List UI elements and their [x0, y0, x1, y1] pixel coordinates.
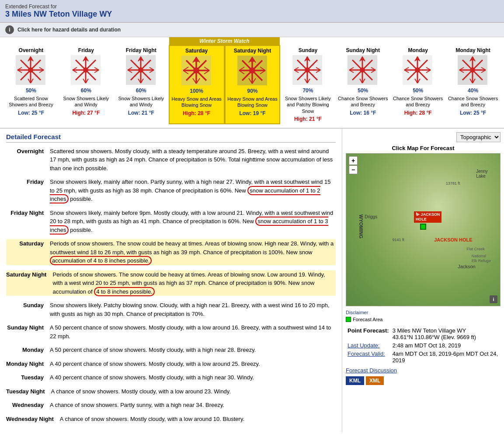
winter-storm-banner: Winter Storm Watch — [169, 37, 280, 45]
svg-point-103 — [360, 67, 365, 73]
period-sunday: Sunday — [280, 45, 335, 124]
zoom-in-button[interactable]: + — [349, 156, 358, 165]
map-label-elk-refuge: NationalElk Refuge — [472, 254, 491, 263]
period-icon-sunday-night — [348, 55, 378, 86]
kml-button[interactable]: KML — [346, 376, 364, 385]
forecast-area-label: Forecast Area — [353, 317, 382, 322]
period-name-friday-night: Friday Night — [115, 47, 167, 53]
forecast-text-saturday: Periods of snow showers. The snow could … — [50, 239, 336, 265]
precip-pct-monday: 50% — [392, 88, 444, 94]
map-label-driggs: Driggs — [365, 214, 377, 219]
svg-point-58 — [193, 67, 199, 74]
point-forecast-table: Point Forecast: 3 Miles NW Teton Village… — [346, 326, 501, 364]
temp-overnight: Low: 25 °F — [5, 110, 57, 116]
forecast-row-saturday: Saturday Periods of snow showers. The sn… — [6, 239, 336, 265]
map-type-select[interactable]: Topographic Satellite Street — [456, 132, 501, 142]
period-icon-saturday — [181, 56, 212, 86]
map-label-jackson: Jackson — [458, 264, 475, 269]
forecast-text-monday: A 50 percent chance of snow showers. Mos… — [50, 346, 256, 354]
forecast-row-tuesday: Tuesday A 40 percent chance of snow show… — [6, 373, 336, 382]
map-info-icon[interactable]: i — [490, 295, 497, 303]
precip-pct-friday: 60% — [60, 88, 112, 94]
forecast-row-saturday-night: Saturday Night Periods of snow showers. … — [6, 270, 336, 296]
forecast-text-friday: Snow showers likely, mainly after noon. … — [50, 178, 336, 203]
circled-saturday-night: 4 to 8 inches possible. — [94, 287, 155, 296]
period-desc-monday: Chance Snow Showers and Breezy — [393, 95, 443, 108]
period-name-friday: Friday — [60, 47, 112, 53]
forecast-label-friday: Friday — [6, 178, 50, 203]
forecast-row-monday-night: Monday Night A 40 percent chance of snow… — [6, 360, 336, 368]
temp-saturday: High: 28 °F — [170, 110, 223, 116]
forecast-row-tuesday-night: Tuesday Night A chance of snow showers. … — [6, 387, 336, 396]
temp-sunday-night: Low: 16 °F — [337, 110, 389, 116]
hazard-link[interactable]: Click here for hazard details and durati… — [17, 27, 121, 33]
zoom-out-button[interactable]: − — [349, 165, 358, 174]
svg-point-28 — [83, 67, 88, 73]
forecast-discussion-link[interactable]: Forecast Discussion — [346, 367, 397, 374]
temp-sunday: High: 21 °F — [282, 116, 334, 122]
location-title: 3 Miles NW Teton Village WY — [5, 10, 499, 19]
forecast-row-wednesday-night: Wednesday Night A chance of snow showers… — [6, 415, 336, 424]
period-monday-night: Monday Night — [445, 45, 501, 124]
period-name-saturday-night: Saturday Night — [226, 48, 279, 54]
detailed-forecast-title: Detailed Forecast — [6, 133, 336, 143]
map-disclaimer-link[interactable]: Disclaimer — [346, 310, 368, 315]
period-name-monday-night: Monday Night — [447, 47, 499, 53]
last-update-value: 2:48 am MDT Oct 18, 2019 — [391, 341, 501, 350]
hazard-bar[interactable]: i Click here for hazard details and dura… — [0, 23, 504, 37]
period-friday-night: Friday Night — [114, 45, 169, 124]
forecast-label-wednesday: Wednesday — [6, 401, 50, 410]
period-desc-sunday: Snow Showers Likely and Patchy Blowing S… — [282, 95, 333, 114]
period-name-sunday-night: Sunday Night — [337, 47, 389, 53]
period-icon-sunday — [292, 55, 323, 86]
forecast-label-tuesday: Tuesday — [6, 373, 50, 382]
forecast-text-friday-night: Snow showers likely, mainly before 9pm. … — [50, 209, 336, 235]
svg-point-133 — [470, 67, 475, 73]
header-bar: Extended Forecast for 3 Miles NW Teton V… — [0, 0, 504, 23]
period-sunday-night: Sunday Night — [335, 45, 390, 124]
temp-friday: High: 27 °F — [60, 110, 112, 116]
svg-point-43 — [138, 67, 143, 73]
period-saturday-night: Saturday Night — [225, 45, 281, 124]
period-desc-sunday-night: Chance Snow Showers and Breezy — [337, 95, 388, 108]
jackson-hole-logo: ⛷ JACKSONHOLE — [414, 211, 442, 223]
map-controls: Topographic Satellite Street — [346, 132, 501, 142]
map-label-flat-creek: Flat Creek — [466, 247, 485, 251]
kml-xml-buttons: KML XML — [346, 376, 501, 385]
forecast-row-friday-night: Friday Night Snow showers likely, mainly… — [6, 209, 336, 235]
period-icon-saturday-night — [237, 56, 268, 86]
xml-button[interactable]: XML — [366, 376, 384, 385]
map-zoom-controls: + − — [349, 156, 358, 174]
temp-friday-night: Low: 21 °F — [115, 110, 167, 116]
forecast-label-monday: Monday — [6, 346, 50, 354]
forecast-valid-row: Forecast Valid: 4am MDT Oct 18, 2019-6pm… — [346, 350, 501, 364]
period-icon-monday — [403, 55, 433, 86]
period-icon-monday-night — [458, 55, 488, 86]
last-update-row: Last Update: 2:48 am MDT Oct 18, 2019 — [346, 341, 501, 350]
point-forecast-location: 3 Miles NW Teton Village WY 43.61°N 110.… — [391, 326, 501, 341]
map-label-wyoming: WYOMING — [358, 214, 364, 238]
period-desc-saturday-night: Heavy Snow and Areas Blowing Snow — [227, 96, 278, 109]
forecast-row-monday: Monday A 50 percent chance of snow showe… — [6, 346, 336, 354]
map-panel: Topographic Satellite Street Click Map F… — [342, 129, 504, 433]
forecast-valid-label: Forecast Valid: — [346, 350, 391, 364]
forecast-row-overnight: Overnight Scattered snow showers. Mostly… — [6, 147, 336, 173]
map-label-elev-2: 9141 ft — [393, 238, 405, 242]
svg-point-73 — [249, 67, 255, 74]
period-name-overnight: Overnight — [5, 47, 57, 53]
extended-forecast-label: Extended Forecast for — [5, 4, 499, 10]
forecast-text-sunday: Snow showers likely. Patchy blowing snow… — [50, 301, 336, 318]
svg-point-88 — [305, 67, 310, 73]
period-desc-saturday: Heavy Snow and Areas Blowing Snow — [171, 96, 222, 109]
point-forecast-label: Point Forecast: — [346, 326, 391, 341]
period-name-sunday: Sunday — [282, 47, 334, 53]
period-icon-friday — [71, 55, 101, 86]
forecast-text-tuesday-night: A chance of snow showers. Mostly cloudy,… — [51, 387, 231, 396]
forecast-label-sunday: Sunday — [6, 301, 50, 318]
forecast-row-friday: Friday Snow showers likely, mainly after… — [6, 178, 336, 203]
point-forecast-row: Point Forecast: 3 Miles NW Teton Village… — [346, 326, 501, 341]
forecast-valid-value: 4am MDT Oct 18, 2019-6pm MDT Oct 24, 201… — [391, 350, 501, 364]
forecast-text-monday-night: A 40 percent chance of snow showers. Mos… — [50, 360, 260, 368]
map-terrain[interactable]: + − WYOMING JennyLake Driggs ⛷ JACKSONHO… — [346, 154, 500, 306]
map-container[interactable]: + − WYOMING JennyLake Driggs ⛷ JACKSONHO… — [346, 153, 501, 306]
